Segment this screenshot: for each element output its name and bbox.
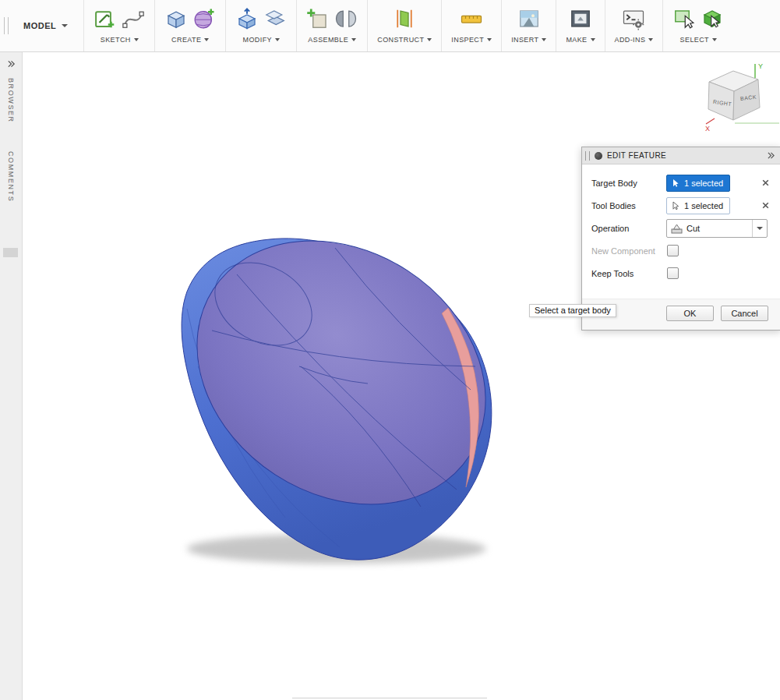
group-label: ADD-INS xyxy=(615,36,646,44)
chevron-down-icon xyxy=(427,38,432,41)
create-form-icon[interactable] xyxy=(192,7,216,30)
keep-tools-row: Keep Tools xyxy=(591,262,773,285)
measure-icon[interactable] xyxy=(460,7,483,30)
toolbar-menu-construct[interactable]: CONSTRUCT xyxy=(377,36,432,44)
operation-dropdown[interactable]: Cut xyxy=(666,219,768,238)
target-body-selection-count: 1 selected xyxy=(684,179,723,188)
chevron-down-icon xyxy=(204,38,209,41)
toolbar-menu-sketch[interactable]: SKETCH xyxy=(101,36,139,44)
create-sketch-icon[interactable] xyxy=(94,7,117,30)
toolbar-group-modify: MODIFY xyxy=(225,0,296,51)
x-axis-label: X xyxy=(705,125,710,133)
new-component-row: New Component xyxy=(591,239,773,262)
toolbar-group-insert: INSERT xyxy=(501,0,556,51)
group-label: CONSTRUCT xyxy=(377,36,424,44)
side-panel: BROWSER COMMENTS xyxy=(0,51,23,700)
dialog-titlebar[interactable]: EDIT FEATURE xyxy=(582,147,780,164)
dialog-title: EDIT FEATURE xyxy=(607,151,762,160)
dialog-grip-icon[interactable] xyxy=(585,151,590,161)
edit-feature-dialog: EDIT FEATURE Target Body 1 selected Tool… xyxy=(581,147,780,331)
toolbar-menu-make[interactable]: MAKE xyxy=(566,36,595,44)
group-label: INSERT xyxy=(511,36,538,44)
operation-row: Operation Cut xyxy=(591,217,773,239)
toolbar-menu-modify[interactable]: MODIFY xyxy=(243,36,280,44)
chevron-down-icon xyxy=(648,38,653,41)
chevron-down-icon[interactable] xyxy=(752,220,767,237)
field-label-tool-bodies: Tool Bodies xyxy=(591,201,666,210)
chevron-down-icon xyxy=(487,38,492,41)
toolbar-group-make: MAKE xyxy=(556,0,604,51)
toolbar-menu-select[interactable]: SELECT xyxy=(680,36,717,44)
keep-tools-checkbox[interactable] xyxy=(667,267,679,279)
collapse-dialog-icon[interactable] xyxy=(767,152,775,159)
viewcube[interactable]: Y RIGHT BACK X xyxy=(696,59,780,133)
cursor-select-icon xyxy=(671,201,680,210)
box-icon[interactable] xyxy=(164,7,188,30)
ok-button[interactable]: OK xyxy=(666,306,714,321)
expand-panel-icon[interactable] xyxy=(7,57,16,71)
tool-bodies-selection-count: 1 selected xyxy=(684,201,723,210)
target-body-selection-button[interactable]: 1 selected xyxy=(666,175,730,192)
toolbar-menu-addins[interactable]: ADD-INS xyxy=(615,36,654,44)
toolbar-grip-icon[interactable] xyxy=(0,0,12,51)
x-axis-line xyxy=(706,118,715,124)
new-component-checkbox[interactable] xyxy=(667,245,679,256)
chevron-down-icon xyxy=(275,38,280,41)
scripts-addins-icon[interactable] xyxy=(622,7,645,30)
toolbar-group-inspect: INSPECT xyxy=(441,0,501,51)
tool-bodies-row: Tool Bodies 1 selected xyxy=(591,194,773,217)
sidebar-tab-comments[interactable]: COMMENTS xyxy=(7,151,15,202)
chevron-down-icon xyxy=(712,38,717,41)
chevron-down-icon xyxy=(591,38,595,41)
press-pull-icon[interactable] xyxy=(235,7,259,30)
toolbar-group-construct: CONSTRUCT xyxy=(367,0,441,51)
cursor-select-icon xyxy=(671,179,680,188)
field-label-target-body: Target Body xyxy=(591,179,666,188)
workspace-switcher[interactable]: MODEL xyxy=(12,0,83,51)
main-toolbar: MODEL SKETCH xyxy=(0,0,780,52)
chevron-down-icon xyxy=(542,38,546,41)
toolbar-menu-assemble[interactable]: ASSEMBLE xyxy=(308,36,356,44)
spline-icon[interactable] xyxy=(122,7,145,30)
toolbar-groups: SKETCH CREATE xyxy=(83,0,780,51)
toolbar-group-assemble: ASSEMBLE xyxy=(296,0,367,51)
workspace-label: MODEL xyxy=(23,21,56,30)
clear-target-body-icon[interactable] xyxy=(761,179,770,187)
clear-tool-bodies-icon[interactable] xyxy=(761,201,770,210)
offset-face-icon[interactable] xyxy=(263,7,287,30)
select-solid-icon[interactable] xyxy=(701,7,724,30)
group-label: SELECT xyxy=(680,36,709,44)
toolbar-menu-inspect[interactable]: INSPECT xyxy=(451,36,492,44)
new-component-icon[interactable] xyxy=(306,7,330,30)
make-3d-print-icon[interactable] xyxy=(569,7,592,30)
3d-viewport[interactable] xyxy=(0,0,780,700)
chevron-down-icon xyxy=(134,38,139,41)
field-label-keep-tools: Keep Tools xyxy=(591,269,666,278)
dialog-body: Target Body 1 selected Tool Bodies 1 sel… xyxy=(582,164,780,286)
feature-sphere-icon xyxy=(595,152,602,160)
group-label: CREATE xyxy=(171,36,201,44)
chevron-down-icon xyxy=(351,38,356,41)
field-label-new-component: New Component xyxy=(591,246,666,256)
select-window-icon[interactable] xyxy=(672,7,696,30)
model-body[interactable] xyxy=(147,187,536,560)
timeline-scrollbar[interactable] xyxy=(292,698,487,698)
toolbar-group-addins: ADD-INS xyxy=(605,0,663,51)
cut-operation-icon xyxy=(670,222,684,235)
toolbar-menu-insert[interactable]: INSERT xyxy=(511,36,546,44)
sidebar-tab-browser[interactable]: BROWSER xyxy=(7,78,15,123)
toolbar-menu-create[interactable]: CREATE xyxy=(171,36,209,44)
panel-scrollbar-thumb[interactable] xyxy=(3,248,18,257)
insert-image-icon[interactable] xyxy=(517,7,541,30)
field-label-operation: Operation xyxy=(591,224,666,233)
y-axis-label: Y xyxy=(758,62,763,70)
chevron-down-icon xyxy=(62,24,68,27)
toolbar-group-select: SELECT xyxy=(662,0,733,51)
group-label: MAKE xyxy=(566,36,587,44)
joint-icon[interactable] xyxy=(334,7,358,30)
group-label: MODIFY xyxy=(243,36,272,44)
target-body-row: Target Body 1 selected xyxy=(591,171,773,194)
construction-plane-icon[interactable] xyxy=(393,7,416,30)
tool-bodies-selection-button[interactable]: 1 selected xyxy=(666,197,730,214)
cancel-button[interactable]: Cancel xyxy=(721,306,768,321)
